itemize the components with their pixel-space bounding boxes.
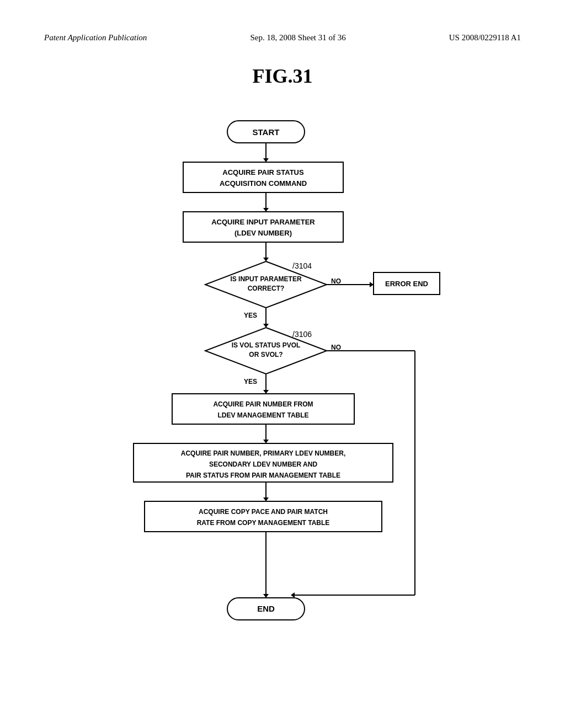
svg-text:/3106: /3106 [292, 330, 312, 339]
svg-marker-9 [263, 208, 269, 212]
svg-text:IS VOL STATUS PVOL: IS VOL STATUS PVOL [232, 341, 301, 349]
svg-marker-39 [263, 390, 269, 394]
svg-text:(LDEV NUMBER): (LDEV NUMBER) [234, 229, 292, 237]
svg-text:RATE FROM COPY MANAGEMENT TABL: RATE FROM COPY MANAGEMENT TABLE [197, 519, 330, 527]
svg-marker-58 [263, 594, 269, 598]
svg-text:ACQUISITION COMMAND: ACQUISITION COMMAND [220, 179, 307, 188]
header-right: US 2008/0229118 A1 [449, 33, 521, 42]
svg-marker-36 [291, 592, 295, 598]
svg-text:OR SVOL?: OR SVOL? [249, 351, 282, 358]
svg-text:YES: YES [244, 378, 257, 386]
header-left: Patent Application Publication [44, 33, 147, 42]
svg-text:YES: YES [244, 312, 257, 319]
svg-text:START: START [253, 127, 280, 137]
svg-rect-41 [172, 394, 354, 424]
svg-marker-3 [263, 158, 269, 162]
svg-text:SECONDARY LDEV NUMBER AND: SECONDARY LDEV NUMBER AND [209, 461, 318, 468]
svg-text:NO: NO [331, 277, 341, 285]
svg-text:/3104: /3104 [292, 261, 312, 270]
svg-text:ACQUIRE PAIR STATUS: ACQUIRE PAIR STATUS [222, 168, 304, 176]
svg-marker-52 [263, 497, 269, 501]
svg-text:END: END [257, 604, 275, 613]
flowchart-svg: START /3100 ACQUIRE PAIR STATUS ACQUISIT… [89, 115, 476, 639]
svg-text:NO: NO [331, 344, 341, 351]
svg-rect-54 [145, 501, 382, 532]
svg-rect-11 [183, 212, 343, 242]
svg-text:IS INPUT PARAMETER: IS INPUT PARAMETER [230, 275, 301, 283]
svg-text:LDEV MANAGEMENT TABLE: LDEV MANAGEMENT TABLE [217, 411, 308, 419]
svg-text:ACQUIRE PAIR NUMBER, PRIMARY L: ACQUIRE PAIR NUMBER, PRIMARY LDEV NUMBER… [181, 449, 345, 457]
header-center: Sep. 18, 2008 Sheet 31 of 36 [250, 33, 345, 42]
svg-text:PAIR STATUS FROM PAIR MANAGEME: PAIR STATUS FROM PAIR MANAGEMENT TABLE [186, 472, 340, 479]
svg-rect-5 [183, 162, 343, 192]
svg-text:ERROR END: ERROR END [385, 280, 428, 288]
svg-marker-22 [370, 282, 374, 287]
svg-text:ACQUIRE COPY PACE AND PAIR MAT: ACQUIRE COPY PACE AND PAIR MATCH [199, 508, 328, 516]
svg-marker-45 [263, 440, 269, 443]
svg-text:ACQUIRE PAIR NUMBER FROM: ACQUIRE PAIR NUMBER FROM [213, 400, 313, 408]
page: Patent Application Publication Sep. 18, … [0, 0, 565, 728]
svg-text:CORRECT?: CORRECT? [248, 285, 285, 292]
svg-text:ACQUIRE INPUT PARAMETER: ACQUIRE INPUT PARAMETER [211, 218, 315, 226]
fig-title: FIG.31 [44, 65, 521, 88]
header: Patent Application Publication Sep. 18, … [44, 33, 521, 42]
